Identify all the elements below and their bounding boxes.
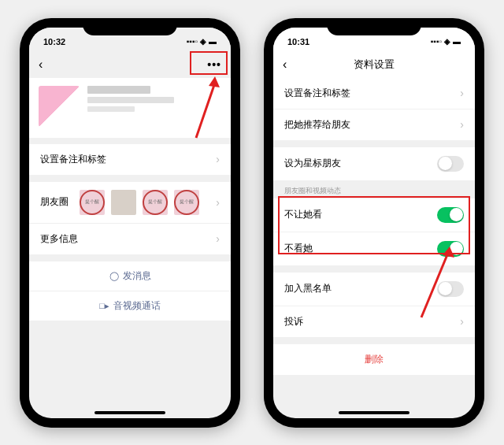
row-set-remark[interactable]: 设置备注和标签 ›: [273, 78, 475, 109]
battery-icon: ▬: [209, 37, 217, 46]
signal-icon: ▪▪▪▫: [187, 37, 198, 46]
row-blacklist[interactable]: 加入黑名单: [273, 273, 475, 306]
notch: [327, 18, 421, 35]
section-top: 设置备注和标签 › 把她推荐给朋友 ›: [273, 78, 475, 141]
row-moments[interactable]: 朋友圈 提个醒 提个醒 提个醒 ›: [29, 182, 231, 224]
wifi-icon: ◈: [444, 37, 450, 46]
profile-header: [29, 78, 231, 138]
chat-icon: ◯: [109, 271, 119, 281]
row-label: 设置备注和标签: [284, 87, 350, 100]
back-icon[interactable]: ‹: [283, 57, 287, 72]
profile-text: [87, 86, 221, 127]
status-indicators: ▪▪▪▫ ◈ ▬: [431, 37, 461, 46]
delete-label: 删除: [365, 354, 384, 365]
row-complain[interactable]: 投诉 ›: [273, 306, 475, 338]
profile-region-blurred: [87, 106, 135, 112]
row-label: 设置备注和标签: [40, 153, 106, 166]
toggle-star-friend[interactable]: [437, 156, 464, 172]
moments-thumb: 提个醒: [80, 190, 105, 215]
chevron-right-icon: ›: [216, 196, 220, 209]
row-block-her-view[interactable]: 不让她看: [273, 198, 475, 232]
battery-icon: ▬: [453, 37, 461, 46]
video-call-button[interactable]: □▸ 音视频通话: [29, 291, 231, 321]
back-icon[interactable]: ‹: [39, 57, 43, 72]
section-blacklist: 加入黑名单 投诉 ›: [273, 273, 475, 338]
screen-left: 10:32 ▪▪▪▫ ◈ ▬ ‹ ••• 设置备注: [29, 28, 231, 418]
profile-name-blurred: [87, 86, 150, 94]
section-actions: ◯ 发消息 □▸ 音视频通话: [29, 261, 231, 321]
phone-right: 10:31 ▪▪▪▫ ◈ ▬ ‹ 资料设置 设置备注和标签 › 把她推荐给朋友 …: [264, 18, 484, 428]
chevron-right-icon: ›: [460, 315, 464, 328]
row-label: 把她推荐给朋友: [284, 118, 350, 132]
row-set-remark[interactable]: 设置备注和标签 ›: [29, 144, 231, 176]
wifi-icon: ◈: [200, 37, 206, 46]
row-label: 加入黑名单: [284, 282, 332, 295]
chevron-right-icon: ›: [216, 153, 220, 165]
row-label: 更多信息: [40, 232, 78, 246]
nav-bar: ‹ 资料设置: [273, 51, 475, 78]
row-more-info[interactable]: 更多信息 ›: [29, 224, 231, 255]
phone-left: 10:32 ▪▪▪▫ ◈ ▬ ‹ ••• 设置备注: [20, 18, 240, 428]
section-privacy: 不让她看 不看她: [273, 198, 475, 266]
section-moments: 朋友圈 提个醒 提个醒 提个醒 › 更多信息 ›: [29, 182, 231, 255]
delete-button[interactable]: 删除: [273, 344, 475, 375]
section-remark: 设置备注和标签 ›: [29, 144, 231, 176]
row-dont-see-her[interactable]: 不看她: [273, 232, 475, 266]
chevron-right-icon: ›: [460, 118, 464, 131]
row-recommend[interactable]: 把她推荐给朋友 ›: [273, 109, 475, 141]
avatar[interactable]: [39, 86, 80, 127]
row-star-friend[interactable]: 设为星标朋友: [273, 147, 475, 181]
chevron-right-icon: ›: [460, 87, 464, 99]
section-star: 设为星标朋友: [273, 147, 475, 181]
toggle-dont-see-her[interactable]: [437, 241, 464, 257]
toggle-blacklist[interactable]: [437, 281, 464, 297]
row-label: 设为星标朋友: [284, 157, 341, 170]
nav-bar: ‹ •••: [29, 51, 231, 78]
moments-thumb: 提个醒: [174, 190, 199, 215]
signal-icon: ▪▪▪▫: [431, 37, 442, 46]
action-label: 音视频通话: [113, 299, 161, 313]
status-time: 10:32: [43, 37, 65, 46]
moments-thumb: 提个醒: [143, 190, 168, 215]
profile-id-blurred: [87, 97, 174, 103]
action-label: 发消息: [123, 269, 151, 283]
moments-thumb: [111, 190, 136, 215]
video-icon: □▸: [99, 301, 109, 311]
send-message-button[interactable]: ◯ 发消息: [29, 261, 231, 291]
more-icon[interactable]: •••: [207, 58, 221, 71]
section-hint: 朋友圈和视频动态: [273, 181, 475, 198]
row-label: 不看她: [284, 242, 313, 255]
status-time: 10:31: [287, 37, 309, 46]
screen-right: 10:31 ▪▪▪▫ ◈ ▬ ‹ 资料设置 设置备注和标签 › 把她推荐给朋友 …: [273, 28, 475, 418]
toggle-block-her-view[interactable]: [437, 207, 464, 223]
page-title: 资料设置: [354, 57, 395, 72]
home-indicator[interactable]: [339, 411, 410, 414]
status-indicators: ▪▪▪▫ ◈ ▬: [187, 37, 217, 46]
row-label: 不让她看: [284, 208, 322, 221]
chevron-right-icon: ›: [216, 232, 220, 245]
home-indicator[interactable]: [94, 411, 165, 414]
row-label: 投诉: [284, 315, 303, 328]
notch: [83, 18, 177, 35]
row-label: 朋友圈: [40, 195, 69, 209]
